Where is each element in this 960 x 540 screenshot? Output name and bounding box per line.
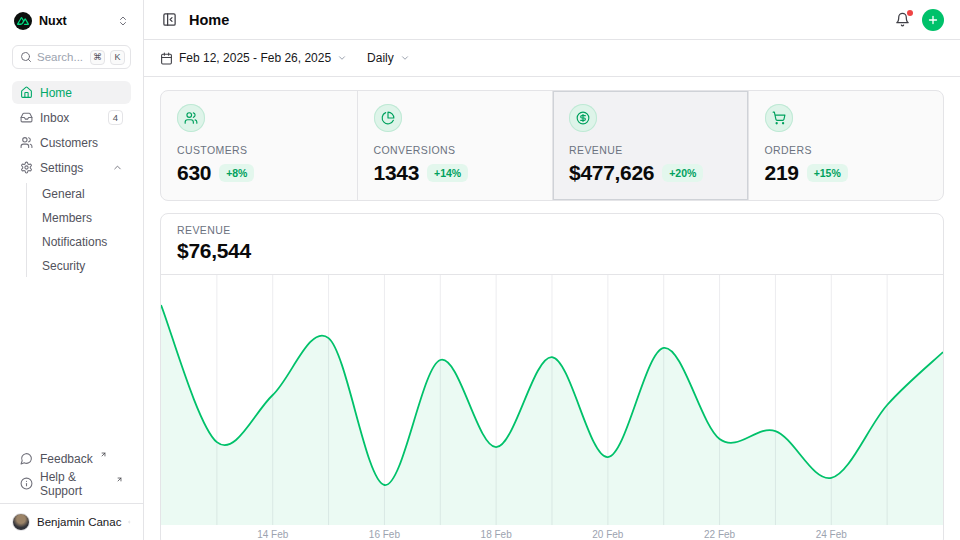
chart-plot-area[interactable] — [161, 275, 943, 525]
users-icon — [20, 136, 33, 149]
x-axis-tick: 14 Feb — [257, 529, 288, 540]
nuxt-logo — [14, 12, 32, 30]
panel-left-close-icon — [162, 12, 177, 27]
sidebar-item-home[interactable]: Home — [12, 81, 131, 104]
search-icon — [20, 51, 32, 63]
date-range-value: Feb 12, 2025 - Feb 26, 2025 — [179, 51, 331, 65]
granularity-select[interactable]: Daily — [367, 51, 410, 65]
sidebar-item-label: Customers — [40, 136, 98, 150]
granularity-value: Daily — [367, 51, 394, 65]
sidebar: Nuxt Search... ⌘ K Home Inbox 4 Customer… — [0, 0, 144, 540]
add-button[interactable] — [922, 9, 944, 31]
chevron-down-icon — [400, 53, 410, 63]
content: CUSTOMERS 630 +8% CONVERSIONS 1343 +14% — [144, 77, 960, 540]
x-axis-tick: 16 Feb — [369, 529, 400, 540]
user-name: Benjamin Canac — [37, 516, 121, 528]
chart-label: REVENUE — [177, 224, 927, 236]
date-range-picker[interactable]: Feb 12, 2025 - Feb 26, 2025 — [160, 51, 347, 65]
users-icon — [177, 104, 205, 132]
circle-dollar-icon — [569, 104, 597, 132]
stat-card-revenue[interactable]: REVENUE $477,626 +20% — [552, 91, 748, 200]
stat-card-conversions[interactable]: CONVERSIONS 1343 +14% — [357, 91, 553, 200]
settings-subnav: General Members Notifications Security — [26, 183, 131, 277]
stat-card-orders[interactable]: ORDERS 219 +15% — [748, 91, 944, 200]
stat-value: 1343 — [374, 161, 420, 185]
gear-icon — [20, 161, 33, 174]
page-title: Home — [189, 12, 229, 28]
stat-delta-badge: +8% — [219, 164, 254, 182]
chart-header: REVENUE $76,544 — [161, 214, 943, 275]
sidebar-subitem-label: Members — [42, 211, 92, 225]
shopping-cart-icon — [765, 104, 793, 132]
topbar-actions — [893, 9, 944, 31]
user-avatar — [12, 513, 30, 531]
search-input[interactable]: Search... ⌘ K — [12, 45, 131, 69]
stat-label: REVENUE — [569, 144, 732, 156]
chevron-down-icon — [337, 53, 347, 63]
help-support-label: Help & Support — [40, 470, 109, 498]
workspace-name: Nuxt — [39, 14, 67, 28]
chart-value: $76,544 — [177, 239, 927, 263]
main-area: Home Feb 12, 2025 - Feb 26, 2025 Daily — [144, 0, 960, 540]
workspace-switcher[interactable]: Nuxt — [12, 10, 131, 32]
sidebar-subitem-label: General — [42, 187, 85, 201]
house-icon — [20, 86, 33, 99]
help-support-link[interactable]: Help & Support — [12, 472, 131, 495]
sidebar-item-settings[interactable]: Settings — [12, 156, 131, 179]
calendar-icon — [160, 52, 173, 65]
message-circle-icon — [20, 452, 33, 465]
inbox-icon — [20, 111, 33, 124]
sidebar-item-inbox[interactable]: Inbox 4 — [12, 106, 131, 129]
pie-chart-icon — [374, 104, 402, 132]
stat-delta-badge: +14% — [427, 164, 468, 182]
search-placeholder: Search... — [37, 51, 85, 63]
sidebar-nav: Home Inbox 4 Customers Settings General … — [12, 81, 131, 277]
stat-label: ORDERS — [765, 144, 928, 156]
x-axis-tick: 22 Feb — [704, 529, 735, 540]
stat-label: CUSTOMERS — [177, 144, 341, 156]
notifications-button[interactable] — [893, 10, 912, 29]
feedback-link[interactable]: Feedback — [12, 447, 131, 470]
sidebar-item-customers[interactable]: Customers — [12, 131, 131, 154]
chevrons-up-down-icon — [117, 15, 129, 27]
plus-icon — [927, 14, 939, 26]
sidebar-item-notifications[interactable]: Notifications — [38, 231, 131, 253]
revenue-chart-card: REVENUE $76,544 14 Feb16 Feb18 Feb20 Feb… — [160, 213, 944, 540]
sidebar-item-label: Home — [40, 86, 72, 100]
stat-delta-badge: +15% — [807, 164, 848, 182]
stat-card-customers[interactable]: CUSTOMERS 630 +8% — [161, 91, 357, 200]
stat-label: CONVERSIONS — [374, 144, 537, 156]
x-axis-tick: 24 Feb — [816, 529, 847, 540]
user-menu[interactable]: Benjamin Canac — [0, 503, 143, 540]
sidebar-item-label: Settings — [40, 161, 83, 175]
inbox-count-badge: 4 — [108, 110, 123, 125]
topbar: Home — [144, 0, 960, 40]
sidebar-subitem-label: Security — [42, 259, 85, 273]
filters-toolbar: Feb 12, 2025 - Feb 26, 2025 Daily — [144, 40, 960, 77]
kbd-cmd: ⌘ — [90, 50, 105, 65]
sidebar-footer-links: Feedback Help & Support — [12, 447, 131, 501]
stat-delta-badge: +20% — [662, 164, 703, 182]
sidebar-subitem-label: Notifications — [42, 235, 107, 249]
sidebar-item-general[interactable]: General — [38, 183, 131, 205]
info-circle-icon — [20, 477, 33, 490]
kbd-k: K — [110, 50, 125, 65]
sidebar-spacer — [12, 277, 131, 447]
stat-value: 219 — [765, 161, 799, 185]
x-axis-tick: 18 Feb — [481, 529, 512, 540]
revenue-area-chart — [161, 275, 943, 525]
stat-value: 630 — [177, 161, 211, 185]
sidebar-item-members[interactable]: Members — [38, 207, 131, 229]
collapse-sidebar-button[interactable] — [160, 10, 179, 29]
chevrons-up-down-icon — [128, 516, 131, 528]
stat-value: $477,626 — [569, 161, 654, 185]
sidebar-item-security[interactable]: Security — [38, 255, 131, 277]
notification-dot — [907, 10, 913, 16]
arrow-up-right-icon — [116, 476, 123, 483]
app-root: Nuxt Search... ⌘ K Home Inbox 4 Customer… — [0, 0, 960, 540]
chevron-up-icon — [112, 162, 123, 173]
sidebar-item-label: Inbox — [40, 111, 69, 125]
stats-row: CUSTOMERS 630 +8% CONVERSIONS 1343 +14% — [160, 90, 944, 201]
chart-x-axis: 14 Feb16 Feb18 Feb20 Feb22 Feb24 Feb — [161, 525, 943, 540]
feedback-label: Feedback — [40, 452, 93, 466]
